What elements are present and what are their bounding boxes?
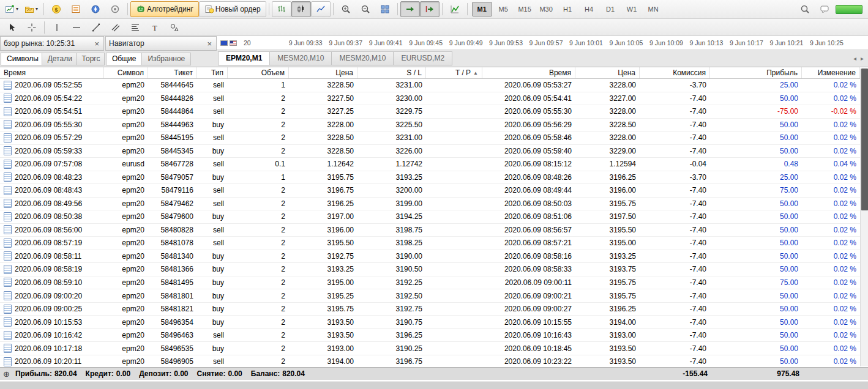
cell-ticket: 58479116: [148, 184, 197, 197]
vertical-line-tool-button[interactable]: [47, 20, 67, 35]
column-header-profit[interactable]: Прибыль: [710, 67, 802, 78]
history-row[interactable]: 2020.06.09 08:48:23epm2058479057buy13195…: [0, 171, 868, 185]
tab-scroll-right-icon[interactable]: ▸: [859, 54, 865, 62]
data-window-button[interactable]: [66, 1, 86, 17]
strategy-tester-button[interactable]: [105, 1, 125, 17]
column-header-sl[interactable]: S / L: [357, 67, 426, 78]
vertical-scrollbar[interactable]: [860, 69, 868, 366]
time-axis-label: 9 Jun 10:01: [569, 39, 603, 46]
history-row[interactable]: 2020.06.09 08:48:43epm2058479116sell2319…: [0, 184, 868, 198]
history-row[interactable]: 2020.06.09 10:15:53epm2058496354buy23193…: [0, 316, 868, 329]
chart-tab-mesm20-m10[interactable]: MESM20,M10: [269, 51, 332, 65]
close-icon[interactable]: ×: [206, 40, 213, 48]
column-header-tp[interactable]: T / P▲: [426, 67, 482, 78]
market-watch-tab-торгс[interactable]: Торгс: [76, 53, 105, 65]
chart-shift-button[interactable]: [420, 1, 440, 17]
eu-flag-icon[interactable]: [220, 40, 228, 46]
column-header-price[interactable]: Цена: [289, 67, 357, 78]
us-flag-icon[interactable]: [230, 40, 237, 46]
new-order-button[interactable]: Новый ордер: [199, 1, 266, 17]
column-header-change[interactable]: Изменение: [802, 67, 860, 78]
column-header-symbol[interactable]: Символ: [104, 67, 148, 78]
column-header-open_time[interactable]: Время: [0, 67, 104, 78]
new-chart-button[interactable]: ▾: [2, 1, 21, 17]
chart-time-axis[interactable]: 20 9 Jun 09:339 Jun 09:379 Jun 09:419 Ju…: [217, 36, 868, 50]
expand-icon[interactable]: ⊕: [3, 370, 10, 378]
tab-scroll-left-icon[interactable]: ◂: [852, 54, 858, 62]
market-watch-button[interactable]: $: [47, 1, 66, 17]
cell-change: -0.02 %: [802, 105, 860, 118]
timeframe-w1-button[interactable]: W1: [622, 2, 642, 17]
history-row[interactable]: 2020.06.09 05:55:30epm2058444963buy23228…: [0, 119, 868, 132]
timeframe-m30-button[interactable]: M30: [536, 2, 556, 17]
column-header-volume[interactable]: Объем: [228, 67, 289, 78]
cursor-tool-button[interactable]: [2, 20, 22, 35]
profiles-button[interactable]: ▾: [21, 1, 41, 17]
timeframe-mn-button[interactable]: MN: [643, 2, 664, 17]
auto-scroll-button[interactable]: [400, 1, 420, 17]
history-row[interactable]: 2020.06.09 05:52:55epm2058444645sell1322…: [0, 79, 868, 92]
search-button[interactable]: [795, 1, 815, 17]
history-row[interactable]: 2020.06.09 08:49:56epm2058479462sell2319…: [0, 198, 868, 211]
history-row[interactable]: 2020.06.09 08:58:19epm2058481366buy23193…: [0, 263, 868, 276]
history-row[interactable]: 2020.06.09 05:57:29epm2058445195sell2322…: [0, 132, 868, 145]
algo-trading-button[interactable]: Алготрейдинг: [130, 1, 199, 17]
history-row[interactable]: 2020.06.09 08:57:19epm2058481078sell2319…: [0, 237, 868, 250]
chart-tab-mesm20-m10[interactable]: MESM20,M10: [331, 51, 394, 65]
column-header-commission[interactable]: Комиссия: [640, 67, 710, 78]
indicators-button[interactable]: [445, 1, 465, 17]
cell-change: 0.02 %: [802, 210, 860, 223]
trendline-tool-button[interactable]: [86, 20, 106, 35]
bar-chart-button[interactable]: [272, 1, 291, 17]
history-row[interactable]: 2020.06.09 08:59:10epm2058481495buy23195…: [0, 276, 868, 290]
navigator-tab-общие[interactable]: Общие: [106, 53, 142, 65]
line-chart-button[interactable]: [311, 1, 331, 17]
shapes-tool-button[interactable]: [165, 20, 184, 35]
history-row[interactable]: 2020.06.09 05:59:33epm2058445345buy23228…: [0, 145, 868, 158]
history-row[interactable]: 2020.06.09 10:17:18epm2058496535buy23193…: [0, 342, 868, 355]
history-row[interactable]: 2020.06.09 05:54:22epm2058444826sell2322…: [0, 92, 868, 106]
column-header-close_price[interactable]: Цена: [575, 67, 640, 78]
channel-tool-button[interactable]: [106, 20, 125, 35]
fibonacci-tool-button[interactable]: [125, 20, 145, 35]
navigator-tab-избранное[interactable]: Избранное: [141, 53, 191, 65]
column-header-ticket[interactable]: Тикет: [148, 67, 197, 78]
navigator-header[interactable]: Навигатор ×: [105, 36, 217, 51]
horizontal-line-tool-button[interactable]: [67, 20, 86, 35]
cell-ticket: 58444826: [148, 92, 197, 105]
history-row[interactable]: 2020.06.09 08:56:00epm2058480828sell2319…: [0, 224, 868, 237]
cell-commission: -0.04: [640, 158, 710, 171]
navigator-button[interactable]: [86, 1, 105, 17]
timeframe-m15-button[interactable]: M15: [515, 2, 535, 17]
market-watch-header[interactable]: бзор рынка: 10:25:31 ×: [0, 36, 104, 51]
community-chat-button[interactable]: [815, 1, 834, 17]
timeframe-d1-button[interactable]: D1: [600, 2, 621, 17]
cell-volume: 2: [228, 198, 289, 210]
column-header-close_time[interactable]: Время: [482, 67, 575, 78]
zoom-out-button[interactable]: [356, 1, 375, 17]
scrollbar-thumb[interactable]: [861, 69, 868, 210]
timeframe-h1-button[interactable]: H1: [558, 2, 578, 17]
zoom-in-button[interactable]: [336, 1, 356, 17]
text-tool-button[interactable]: T: [145, 20, 165, 35]
chart-tab-epm20-m1[interactable]: EPM20,M1: [218, 51, 270, 65]
cell-commission: -7.40: [640, 210, 710, 223]
crosshair-tool-button[interactable]: [22, 20, 42, 35]
candlestick-chart-button[interactable]: [291, 1, 311, 17]
history-row[interactable]: 2020.06.09 05:54:51epm2058444864sell2322…: [0, 105, 868, 119]
close-icon[interactable]: ×: [93, 40, 100, 48]
history-row[interactable]: 2020.06.09 09:00:25epm2058481821buy23195…: [0, 303, 868, 316]
history-row[interactable]: 2020.06.09 08:58:11epm2058481340buy23192…: [0, 250, 868, 264]
column-header-type[interactable]: Тип: [197, 67, 228, 78]
timeframe-m5-button[interactable]: M5: [493, 2, 514, 17]
timeframe-h4-button[interactable]: H4: [579, 2, 599, 17]
chart-tab-eurusd-m2[interactable]: EURUSD,M2: [393, 51, 452, 65]
market-watch-tab-символы[interactable]: Символы: [1, 53, 42, 65]
history-row[interactable]: 2020.06.09 08:50:38epm2058479600buy23197…: [0, 210, 868, 224]
history-row[interactable]: 2020.06.09 09:00:20epm2058481801buy23195…: [0, 289, 868, 303]
history-row[interactable]: 2020.06.09 07:57:08eurusd58467728sell0.1…: [0, 158, 868, 171]
tile-windows-button[interactable]: [375, 1, 395, 17]
timeframe-m1-button[interactable]: M1: [472, 2, 492, 17]
history-row[interactable]: 2020.06.09 10:16:42epm2058496463sell2319…: [0, 329, 868, 343]
market-watch-tab-детали[interactable]: Детали: [42, 53, 77, 65]
